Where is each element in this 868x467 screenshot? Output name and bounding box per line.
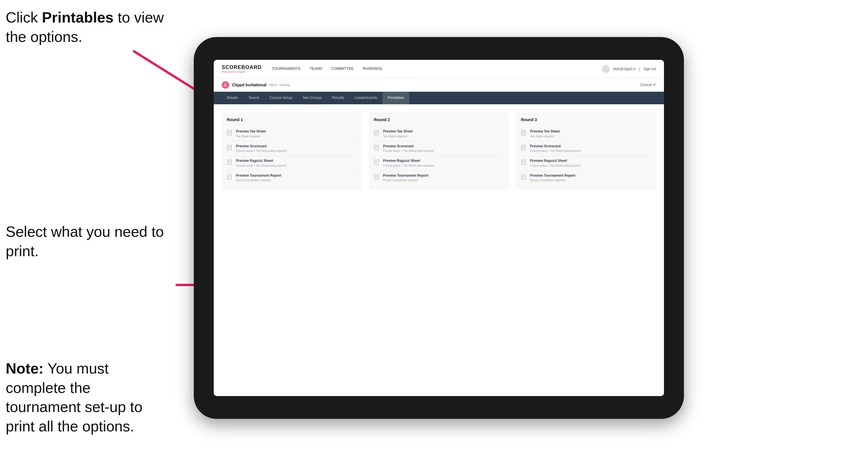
print-item-subtitle: Course setup + Tee Sheet data required (236, 164, 286, 167)
svg-rect-12 (227, 159, 231, 164)
document-icon (521, 130, 527, 137)
svg-rect-32 (374, 174, 378, 179)
print-item-subtitle: Tee Sheet required (236, 134, 266, 138)
svg-rect-44 (522, 159, 525, 164)
svg-rect-48 (522, 174, 525, 179)
print-item-title: Preview Scorecard (530, 144, 581, 149)
print-item-subtitle: Course setup + Tee Sheet data required (383, 164, 433, 167)
print-item-text: Preview Scorecard Course setup + Tee She… (530, 144, 581, 153)
top-nav-links: TOURNAMENTS TEAMS COMMITTEE RANKINGS (272, 65, 602, 72)
tab-results[interactable]: Results (327, 92, 349, 104)
print-item-text: Preview Scorecard Course setup + Tee She… (236, 144, 286, 153)
svg-rect-40 (522, 145, 525, 150)
print-item-text: Preview Tee Sheet Tee Sheet required (530, 129, 560, 138)
print-item-title: Preview Scorecard (236, 144, 286, 149)
tablet-screen: SCOREBOARD Powered by clippd TOURNAMENTS… (214, 60, 664, 396)
tab-printables[interactable]: Printables (382, 92, 409, 104)
print-item-title: Preview Raguzzi Sheet (383, 159, 433, 163)
print-item-subtitle: Round Completion required (383, 178, 428, 182)
top-nav: SCOREBOARD Powered by clippd TOURNAMENTS… (214, 60, 664, 78)
print-item-1-1[interactable]: Preview Tee Sheet Tee Sheet required (227, 126, 357, 141)
print-item-title: Preview Raguzzi Sheet (236, 159, 286, 163)
print-item-subtitle: Round Completion required (236, 178, 281, 182)
print-item-3-3[interactable]: Preview Raguzzi Sheet Course setup + Tee… (521, 156, 651, 171)
instruction-middle: Select what you need to print. (6, 222, 165, 261)
document-icon (521, 145, 527, 152)
print-item-text: Preview Tee Sheet Tee Sheet required (236, 129, 266, 138)
document-icon (227, 174, 233, 182)
print-item-subtitle: Course setup + Tee Sheet data required (383, 149, 433, 153)
nav-link-teams[interactable]: TEAMS (309, 65, 322, 72)
print-item-3-4[interactable]: Preview Tournament Report Round Completi… (521, 171, 651, 185)
round-title-2: Round 2 (374, 117, 504, 122)
nav-link-tournaments[interactable]: TOURNAMENTS (272, 65, 300, 72)
print-item-1-3[interactable]: Preview Raguzzi Sheet Course setup + Tee… (227, 156, 357, 171)
user-email: blair@clippd.io (613, 67, 636, 71)
tab-tee-groups[interactable]: Tee Groups (298, 92, 327, 104)
print-item-1-2[interactable]: Preview Scorecard Course setup + Tee She… (227, 141, 357, 156)
instruction-top: Click Printables to view the options. (6, 8, 165, 46)
print-item-title: Preview Scorecard (383, 144, 433, 149)
print-item-subtitle: Course setup + Tee Sheet data required (530, 164, 581, 167)
tournament-status: Hosting (279, 83, 290, 87)
print-item-subtitle: Round Completion required (530, 178, 575, 182)
svg-rect-28 (374, 159, 378, 164)
print-item-2-3[interactable]: Preview Raguzzi Sheet Course setup + Tee… (374, 156, 504, 171)
document-icon (374, 159, 380, 167)
print-item-3-1[interactable]: Preview Tee Sheet Tee Sheet required (521, 126, 651, 141)
instruction-note-bold: Note: (6, 360, 43, 377)
document-icon (227, 159, 233, 167)
document-icon (374, 174, 380, 182)
print-item-subtitle: Course setup + Tee Sheet data required (530, 149, 581, 153)
tab-details[interactable]: Details (222, 92, 243, 104)
print-item-3-2[interactable]: Preview Scorecard Course setup + Tee She… (521, 141, 651, 156)
print-item-text: Preview Raguzzi Sheet Course setup + Tee… (383, 159, 433, 167)
sign-out-link[interactable]: Sign out (644, 67, 656, 71)
print-item-subtitle: Course setup + Tee Sheet data required (236, 149, 286, 153)
print-item-title: Preview Tee Sheet (530, 129, 560, 134)
nav-link-rankings[interactable]: RANKINGS (363, 65, 382, 72)
instruction-bottom: Note: You must complete the tournament s… (6, 359, 165, 436)
print-item-title: Preview Tee Sheet (383, 129, 413, 134)
print-item-text: Preview Tournament Report Round Completi… (530, 174, 575, 182)
brand-sub: Powered by clippd (222, 70, 261, 73)
document-icon (227, 145, 233, 152)
document-icon (374, 130, 380, 137)
round-title-3: Round 3 (521, 117, 651, 122)
print-item-text: Preview Scorecard Course setup + Tee She… (383, 144, 433, 153)
svg-line-0 (134, 51, 202, 94)
cancel-button[interactable]: Cancel ✕ (640, 83, 656, 87)
tablet-device: SCOREBOARD Powered by clippd TOURNAMENTS… (194, 37, 684, 419)
brand: SCOREBOARD Powered by clippd (222, 64, 261, 73)
print-item-1-4[interactable]: Preview Tournament Report Round Completi… (227, 171, 357, 185)
print-item-title: Preview Tee Sheet (236, 129, 266, 134)
print-item-text: Preview Raguzzi Sheet Course setup + Tee… (236, 159, 286, 167)
print-item-2-4[interactable]: Preview Tournament Report Round Completi… (374, 171, 504, 185)
svg-rect-20 (374, 130, 378, 135)
svg-rect-36 (522, 130, 525, 135)
print-item-subtitle: Tee Sheet required (530, 134, 560, 138)
round-column-1: Round 1 Preview Tee Sheet Tee Sheet requ… (222, 112, 362, 190)
print-item-subtitle: Tee Sheet required (383, 134, 413, 138)
print-item-text: Preview Raguzzi Sheet Course setup + Tee… (530, 159, 581, 167)
tab-leaderboards[interactable]: Leaderboards (349, 92, 382, 104)
print-item-title: Preview Tournament Report (236, 174, 281, 178)
tab-teams[interactable]: Teams (243, 92, 265, 104)
document-icon (521, 174, 527, 182)
tournament-bar: C Clippd Invitational (Men) Hosting Canc… (214, 78, 664, 92)
round-title-1: Round 1 (227, 117, 357, 122)
print-item-text: Preview Tournament Report Round Completi… (236, 174, 281, 182)
document-icon (227, 130, 233, 137)
sub-tabs: Details Teams Course Setup Tee Groups Re… (214, 92, 664, 104)
tab-course-setup[interactable]: Course Setup (265, 92, 298, 104)
rounds-container: Round 1 Preview Tee Sheet Tee Sheet requ… (222, 112, 656, 190)
print-item-2-1[interactable]: Preview Tee Sheet Tee Sheet required (374, 126, 504, 141)
svg-rect-4 (227, 130, 231, 135)
document-icon (374, 145, 380, 152)
tournament-gender: (Men) (269, 83, 277, 87)
top-nav-right: blair@clippd.io | Sign out (602, 65, 656, 73)
print-item-2-2[interactable]: Preview Scorecard Course setup + Tee She… (374, 141, 504, 156)
separator: | (639, 67, 640, 71)
document-icon (521, 159, 527, 167)
nav-link-committee[interactable]: COMMITTEE (332, 65, 354, 72)
